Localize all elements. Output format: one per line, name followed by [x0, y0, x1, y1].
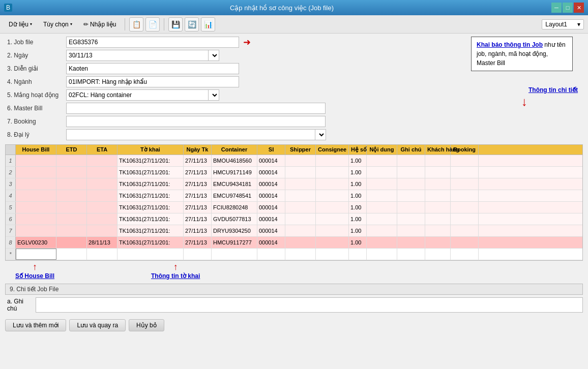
- cell-booking[interactable]: [451, 178, 479, 190]
- input-jobfile[interactable]: [66, 37, 239, 48]
- toolbar-btn-save[interactable]: 💾: [168, 17, 183, 32]
- cell-khachhang[interactable]: [425, 237, 451, 248]
- select-mangHoatDong[interactable]: ▾: [208, 89, 219, 101]
- cell-tokhai[interactable]: TK10631(27/11/201:: [117, 190, 184, 201]
- cell-shipper[interactable]: [285, 213, 316, 225]
- cell-ngaytk[interactable]: 27/11/13: [184, 190, 212, 201]
- btn-luu-quay-ra[interactable]: Lưu và quay ra: [69, 319, 126, 331]
- cell-shipper[interactable]: [285, 237, 316, 248]
- cell-khachhang[interactable]: [425, 190, 451, 201]
- cell-eta[interactable]: [87, 213, 117, 225]
- cell-booking[interactable]: [451, 155, 479, 166]
- input-daiLy[interactable]: [66, 129, 315, 140]
- cell-booking[interactable]: [451, 213, 479, 225]
- cell-etd[interactable]: [56, 155, 87, 166]
- cell-container[interactable]: DRYU9304250: [212, 225, 257, 236]
- table-row[interactable]: 2 TK10631(27/11/201: 27/11/13 HMCU917114…: [6, 167, 582, 178]
- cell-si[interactable]: 000014: [257, 178, 285, 190]
- cell-consignee[interactable]: [316, 237, 349, 248]
- cell-ngaytk[interactable]: 27/11/13: [184, 155, 212, 166]
- cell-ghichu[interactable]: [397, 155, 425, 166]
- cell-tokhai[interactable]: TK10631(27/11/201:: [117, 202, 184, 213]
- cell-shipper[interactable]: [285, 202, 316, 213]
- cell-etd[interactable]: [56, 202, 87, 213]
- cell-house[interactable]: [16, 155, 56, 166]
- table-row[interactable]: 7 TK10631(27/11/201: 27/11/13 DRYU930425…: [6, 225, 582, 237]
- layout-dropdown[interactable]: Layout1 ▾: [542, 19, 584, 29]
- cell-container[interactable]: HMCU9117277: [212, 237, 257, 248]
- cell-etd[interactable]: [56, 178, 87, 190]
- cell-khachhang[interactable]: [425, 167, 451, 178]
- cell-khachhang[interactable]: [425, 202, 451, 213]
- cell-consignee[interactable]: [316, 167, 349, 178]
- ghi-chu-input[interactable]: [36, 297, 583, 313]
- cell-container[interactable]: HMCU9171149: [212, 167, 257, 178]
- cell-container[interactable]: EMCU9434181: [212, 178, 257, 190]
- cell-consignee[interactable]: [316, 225, 349, 236]
- cell-house[interactable]: [16, 178, 56, 190]
- link-toKhai[interactable]: Thông tin tờ khai: [151, 272, 200, 280]
- cell-ngaytk[interactable]: 27/11/13: [184, 178, 212, 190]
- cell-ngaytk[interactable]: 27/11/13: [184, 167, 212, 178]
- cell-house[interactable]: EGLV00230: [16, 237, 56, 248]
- cell-etd[interactable]: [56, 213, 87, 225]
- cell-house[interactable]: [16, 167, 56, 178]
- cell-si[interactable]: 000014: [257, 190, 285, 201]
- cell-consignee[interactable]: [316, 213, 349, 225]
- cell-house[interactable]: [16, 213, 56, 225]
- input-masterBill[interactable]: [66, 103, 326, 114]
- cell-house[interactable]: [16, 225, 56, 236]
- cell-si[interactable]: 000014: [257, 225, 285, 236]
- cell-container[interactable]: EMCU9748541: [212, 190, 257, 201]
- select-ngay[interactable]: ▾: [208, 50, 219, 61]
- cell-noidung[interactable]: [367, 237, 397, 248]
- cell-booking[interactable]: [451, 202, 479, 213]
- cell-consignee[interactable]: [316, 155, 349, 166]
- cell-shipper[interactable]: [285, 155, 316, 166]
- menu-nhaplieu[interactable]: ✏ Nhập liệu: [79, 19, 121, 30]
- cell-tokhai[interactable]: TK10631(27/11/201:: [117, 225, 184, 236]
- cell-noidung[interactable]: [367, 155, 397, 166]
- cell-khachhang[interactable]: [425, 178, 451, 190]
- cell-tokhai[interactable]: TK10631(27/11/201:: [117, 237, 184, 248]
- cell-eta[interactable]: [87, 225, 117, 236]
- cell-etd[interactable]: [56, 237, 87, 248]
- cell-tokhai[interactable]: TK10631(27/11/201:: [117, 155, 184, 166]
- cell-khachhang[interactable]: [425, 213, 451, 225]
- table-row[interactable]: 5 TK10631(27/11/201: 27/11/13 FCIU828024…: [6, 202, 582, 213]
- table-row[interactable]: 8 EGLV00230 28/11/13 TK10631(27/11/201: …: [6, 237, 582, 249]
- cell-si[interactable]: 000014: [257, 202, 285, 213]
- input-booking[interactable]: [66, 116, 326, 127]
- cell-heso[interactable]: 1.00: [349, 237, 367, 248]
- cell-etd[interactable]: [56, 167, 87, 178]
- table-row[interactable]: 3 TK10631(27/11/201: 27/11/13 EMCU943418…: [6, 178, 582, 190]
- cell-si[interactable]: 000014: [257, 167, 285, 178]
- cell-consignee[interactable]: [316, 202, 349, 213]
- toolbar-btn-refresh[interactable]: 🔄: [185, 17, 199, 32]
- cell-etd[interactable]: [56, 190, 87, 201]
- cell-house[interactable]: [16, 202, 56, 213]
- cell-heso[interactable]: 1.00: [349, 213, 367, 225]
- cell-booking[interactable]: [451, 237, 479, 248]
- cell-ngaytk[interactable]: 27/11/13: [184, 202, 212, 213]
- input-ngay[interactable]: [66, 50, 209, 61]
- cell-si[interactable]: 000014: [257, 155, 285, 166]
- cell-heso[interactable]: 1.00: [349, 225, 367, 236]
- link-sohouse[interactable]: Số House Bill: [15, 272, 54, 280]
- cell-eta[interactable]: [87, 202, 117, 213]
- cell-tokhai[interactable]: TK10631(27/11/201:: [117, 178, 184, 190]
- cell-heso[interactable]: 1.00: [349, 167, 367, 178]
- cell-house[interactable]: [16, 190, 56, 201]
- cell-eta[interactable]: [87, 155, 117, 166]
- btn-huy-bo[interactable]: Hủy bỏ: [129, 319, 164, 331]
- cell-noidung[interactable]: [367, 178, 397, 190]
- cell-si[interactable]: 000014: [257, 237, 285, 248]
- cell-khachhang[interactable]: [425, 225, 451, 236]
- cell-noidung[interactable]: [367, 190, 397, 201]
- cell-eta[interactable]: [87, 178, 117, 190]
- cell-container[interactable]: GVDU5077813: [212, 213, 257, 225]
- cell-si[interactable]: 000014: [257, 213, 285, 225]
- cell-ghichu[interactable]: [397, 178, 425, 190]
- cell-noidung[interactable]: [367, 202, 397, 213]
- cell-ghichu[interactable]: [397, 225, 425, 236]
